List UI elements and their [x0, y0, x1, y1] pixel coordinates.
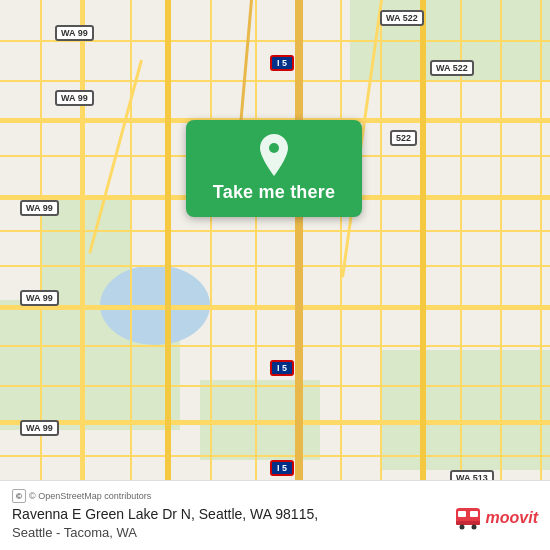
road-v-12 [500, 0, 502, 550]
wa522-road [420, 0, 426, 550]
road-v-1 [40, 0, 42, 550]
wa522-shield-1: WA 522 [380, 10, 424, 26]
road-v-3 [130, 0, 132, 550]
wa99-road [165, 0, 171, 550]
svg-rect-4 [456, 521, 480, 525]
osm-icon: © [12, 489, 26, 503]
road-v-6 [255, 0, 257, 550]
moovit-text: moovit [486, 509, 538, 527]
road-v-2 [80, 0, 85, 550]
wa99-shield-1: WA 99 [55, 25, 94, 41]
wa99-shield-5: WA 99 [20, 420, 59, 436]
wa522-shield-3: 522 [390, 130, 417, 146]
svg-point-5 [459, 525, 464, 530]
wa99-shield-3: WA 99 [20, 200, 59, 216]
i5-shield-3: I 5 [270, 460, 294, 476]
park-area-bottom-right [380, 350, 550, 470]
wa99-shield-4: WA 99 [20, 290, 59, 306]
road-v-9 [380, 0, 382, 550]
osm-credit: © © OpenStreetMap contributors [12, 489, 538, 503]
osm-credit-text: © OpenStreetMap contributors [29, 491, 151, 501]
svg-rect-3 [470, 511, 478, 517]
moovit-bus-icon [454, 504, 482, 532]
svg-point-6 [471, 525, 476, 530]
wa99-shield-2: WA 99 [55, 90, 94, 106]
i5-shield-1: I 5 [270, 55, 294, 71]
road-v-13 [540, 0, 542, 550]
map-container: WA 99 WA 99 WA 99 WA 99 WA 99 WA 522 WA … [0, 0, 550, 550]
road-v-11 [460, 0, 462, 550]
road-v-5 [210, 0, 212, 550]
wa522-shield-2: WA 522 [430, 60, 474, 76]
svg-point-0 [269, 143, 279, 153]
moovit-logo: moovit [454, 504, 538, 532]
i5-road [295, 0, 303, 550]
take-me-there-card[interactable]: Take me there [186, 120, 362, 217]
take-me-there-label: Take me there [213, 182, 335, 203]
svg-rect-2 [458, 511, 466, 517]
i5-shield-2: I 5 [270, 360, 294, 376]
location-pin-icon [256, 134, 292, 176]
